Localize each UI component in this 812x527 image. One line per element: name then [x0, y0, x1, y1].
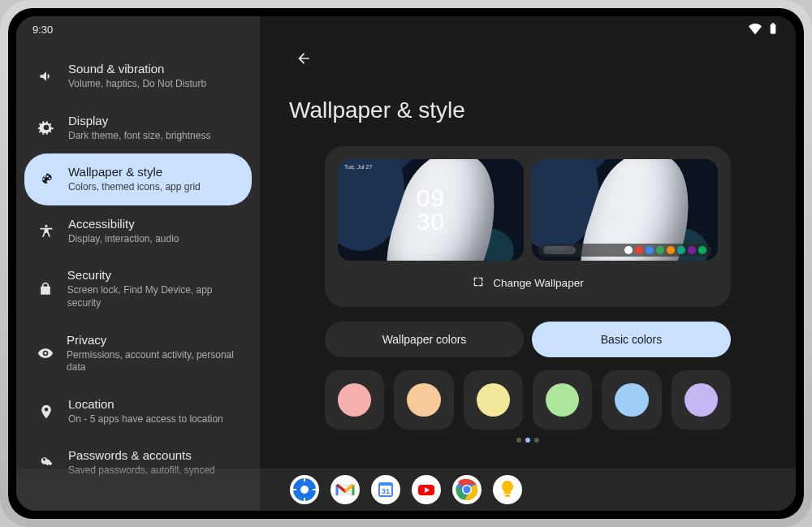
sidebar-item-subtitle: Permissions, account activity, personal … [67, 349, 239, 374]
color-swatch-row [325, 370, 731, 430]
security-icon [37, 281, 54, 297]
change-wallpaper-button[interactable]: Change Wallpaper [338, 272, 718, 292]
search-pill [543, 246, 576, 254]
taskbar-app-gmail[interactable] [330, 475, 360, 504]
home-screen-overlay [532, 159, 718, 261]
taskbar-app-calendar[interactable]: 31 [371, 475, 400, 504]
taskbar-app-youtube[interactable] [412, 475, 441, 504]
dock-mini-icon [677, 246, 685, 254]
svg-point-2 [300, 486, 309, 494]
device-frame: 9:30 Sound & vibrationVolume, haptics, D… [0, 0, 812, 527]
swatch-color [407, 383, 440, 417]
sidebar-item-title: Security [67, 268, 239, 283]
pager-dot[interactable] [516, 438, 521, 443]
sidebar-item-privacy[interactable]: PrivacyPermissions, account activity, pe… [24, 322, 252, 386]
status-bar: 9:30 [16, 16, 796, 42]
change-wallpaper-label: Change Wallpaper [493, 277, 583, 289]
privacy-icon [37, 345, 54, 361]
pager-dot[interactable] [534, 438, 539, 443]
color-tabs: Wallpaper colors Basic colors [325, 322, 731, 357]
svg-rect-5 [292, 489, 296, 490]
taskbar-app-settings[interactable] [290, 475, 319, 504]
sidebar-item-wallpaper[interactable]: Wallpaper & styleColors, themed icons, a… [24, 153, 252, 205]
sidebar-item-subtitle: Dark theme, font size, brightness [68, 130, 210, 143]
taskbar-app-chrome[interactable] [452, 475, 482, 504]
svg-text:31: 31 [382, 487, 390, 495]
svg-rect-3 [304, 477, 305, 482]
svg-rect-6 [313, 489, 317, 490]
home-screen-preview[interactable] [532, 159, 718, 261]
status-time: 9:30 [32, 24, 53, 36]
tab-wallpaper-colors[interactable]: Wallpaper colors [325, 322, 524, 357]
sidebar-item-subtitle: On - 5 apps have access to location [68, 413, 223, 426]
pager-dot[interactable] [525, 438, 530, 443]
settings-sidebar: Sound & vibrationVolume, haptics, Do Not… [16, 16, 260, 511]
main-panel: Wallpaper & style Tue, Jul 27 09 30 [260, 16, 796, 511]
color-swatch-4[interactable] [533, 370, 592, 430]
sidebar-item-title: Accessibility [68, 217, 179, 231]
color-swatch-3[interactable] [464, 370, 523, 430]
settings-list: Sound & vibrationVolume, haptics, Do Not… [16, 50, 260, 489]
swatch-color [546, 383, 579, 417]
preview-panel: Tue, Jul 27 09 30 [325, 146, 731, 307]
dock-mini-icon [667, 246, 675, 254]
taskbar: 31 [16, 469, 796, 511]
sidebar-item-subtitle: Volume, haptics, Do Not Disturb [68, 78, 206, 91]
sidebar-item-title: Location [68, 397, 223, 412]
lock-screen-overlay: Tue, Jul 27 09 30 [338, 159, 524, 261]
swatch-color [685, 383, 718, 417]
dock-mini-icon [656, 246, 664, 254]
lock-screen-preview[interactable]: Tue, Jul 27 09 30 [338, 159, 524, 261]
dock-mini-icon [624, 246, 633, 254]
sidebar-item-security[interactable]: SecurityScreen lock, Find My Device, app… [24, 257, 252, 321]
sidebar-item-title: Passwords & accounts [68, 448, 215, 463]
color-swatch-5[interactable] [602, 370, 661, 430]
swatch-color [338, 383, 371, 417]
tab-basic-colors[interactable]: Basic colors [532, 322, 731, 357]
location-icon [37, 404, 55, 420]
pager-dots [289, 438, 767, 443]
sidebar-item-a11y[interactable]: AccessibilityDisplay, interaction, audio [24, 205, 252, 257]
lock-date: Tue, Jul 27 [344, 164, 372, 170]
wallpaper-icon [37, 171, 55, 188]
taskbar-app-keep[interactable] [493, 475, 522, 504]
color-swatch-1[interactable] [325, 370, 384, 430]
wifi-icon [749, 22, 762, 37]
screen: 9:30 Sound & vibrationVolume, haptics, D… [16, 16, 796, 511]
color-swatch-6[interactable] [672, 370, 731, 430]
back-button[interactable] [289, 44, 318, 73]
dock-mini-icon [646, 246, 654, 254]
dock-mini-icon [698, 246, 706, 254]
color-swatch-2[interactable] [394, 370, 453, 430]
dock-mini-icon [635, 246, 643, 254]
svg-rect-19 [505, 495, 510, 497]
svg-point-17 [464, 486, 471, 494]
wallpaper-icon [472, 275, 485, 291]
dock-mini-icon [688, 246, 696, 254]
sidebar-item-title: Display [68, 114, 210, 128]
a11y-icon [37, 223, 55, 240]
display-icon [37, 119, 55, 136]
svg-rect-4 [304, 498, 305, 502]
sidebar-item-subtitle: Display, interaction, audio [68, 233, 179, 246]
swatch-color [477, 383, 510, 417]
sidebar-item-title: Sound & vibration [68, 62, 206, 76]
sidebar-item-subtitle: Colors, themed icons, app grid [68, 181, 201, 194]
status-icons [749, 22, 780, 37]
sidebar-item-title: Privacy [67, 333, 239, 348]
page-title: Wallpaper & style [289, 97, 767, 123]
home-dock-preview [538, 244, 711, 257]
battery-icon [767, 22, 780, 37]
sidebar-item-location[interactable]: LocationOn - 5 apps have access to locat… [24, 386, 252, 438]
sidebar-item-title: Wallpaper & style [68, 165, 201, 179]
sound-icon [37, 68, 55, 84]
sidebar-item-sound[interactable]: Sound & vibrationVolume, haptics, Do Not… [24, 50, 252, 102]
sidebar-item-subtitle: Screen lock, Find My Device, app securit… [67, 284, 239, 309]
sidebar-item-display[interactable]: DisplayDark theme, font size, brightness [24, 102, 252, 154]
swatch-color [615, 383, 648, 417]
lock-time: 09 30 [417, 187, 445, 233]
bezel: 9:30 Sound & vibrationVolume, haptics, D… [8, 8, 804, 519]
